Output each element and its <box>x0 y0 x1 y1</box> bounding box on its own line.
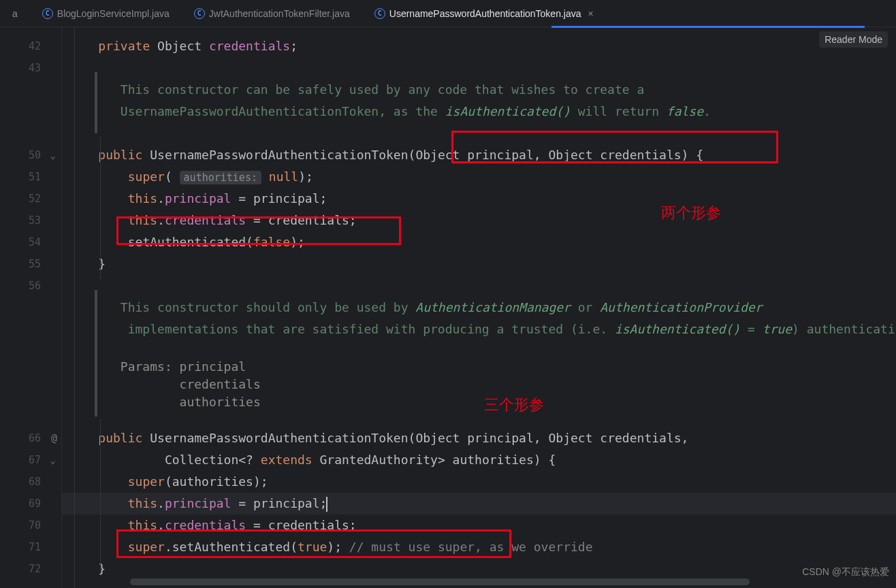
code-editor[interactable]: 42 43 50 51 52 53 54 55 56 66 67 68 69 7… <box>0 27 896 588</box>
code-line[interactable]: super(authorities); <box>62 471 896 493</box>
javadoc-params-line: Params: principal <box>62 358 896 376</box>
code-line-current[interactable]: this.principal = principal; <box>62 493 896 514</box>
close-icon[interactable]: × <box>588 8 594 19</box>
editor-tabs: a C BlogLoginServiceImpl.java C JwtAuthe… <box>0 0 896 27</box>
fold-chevron-icon[interactable]: 50 <box>0 144 61 166</box>
code-line[interactable]: Collection<? extends GrantedAuthority> a… <box>62 449 896 471</box>
javadoc-line: This constructor can be safely used by a… <box>62 79 896 101</box>
javadoc-params-line: credentials <box>62 376 896 393</box>
scrollbar-thumb[interactable] <box>130 578 750 585</box>
inlay-hint: authorities: <box>180 171 261 184</box>
watermark: CSDN @不应该热爱 <box>802 566 889 578</box>
code-line[interactable]: setAuthenticated(false); <box>62 231 896 253</box>
tab-usernamepasswordtoken[interactable]: C UsernamePasswordAuthenticationToken.ja… <box>362 0 606 27</box>
java-class-icon: C <box>194 8 205 19</box>
code-line[interactable]: super.setAuthenticated(true); // must us… <box>62 536 896 558</box>
code-line[interactable]: } <box>62 253 896 275</box>
code-line[interactable]: this.credentials = credentials; <box>62 210 896 231</box>
code-line[interactable]: private Object credentials; <box>62 35 896 57</box>
code-line[interactable] <box>62 57 896 79</box>
fold-chevron-icon[interactable]: 67 <box>0 449 61 471</box>
javadoc-params-line: authorities <box>62 393 896 411</box>
code-line[interactable] <box>62 411 896 427</box>
javadoc-line: This constructor should only be used by … <box>62 297 896 318</box>
code-line[interactable]: public UsernamePasswordAuthenticationTok… <box>62 144 896 166</box>
code-line[interactable]: super( authorities: null); <box>62 166 896 188</box>
tab-label: UsernamePasswordAuthenticationToken.java <box>389 8 581 19</box>
horizontal-scrollbar[interactable] <box>130 578 896 585</box>
code-line[interactable] <box>62 275 896 297</box>
doc-indent-bar <box>95 72 97 133</box>
tab-truncated[interactable]: a <box>0 0 30 27</box>
code-line[interactable]: this.principal = principal; <box>62 188 896 210</box>
tab-label: BlogLoginServiceImpl.java <box>57 8 170 19</box>
code-line[interactable] <box>62 122 896 144</box>
tab-bloglogin[interactable]: C BlogLoginServiceImpl.java <box>30 0 182 27</box>
code-line[interactable]: this.credentials = credentials; <box>62 514 896 536</box>
tab-label: JwtAuthenticationTokenFilter.java <box>209 8 350 19</box>
code-area[interactable]: private Object credentials; This constru… <box>61 27 896 588</box>
javadoc-line: implementations that are satisfied with … <box>62 318 896 340</box>
javadoc-line <box>62 340 896 358</box>
code-line[interactable]: } <box>62 558 896 580</box>
code-line[interactable]: public UsernamePasswordAuthenticationTok… <box>62 427 896 449</box>
override-gutter-icon[interactable]: 66 <box>0 427 61 449</box>
tab-jwtfilter[interactable]: C JwtAuthenticationTokenFilter.java <box>182 0 362 27</box>
line-gutter: 42 43 50 51 52 53 54 55 56 66 67 68 69 7… <box>0 27 61 588</box>
java-class-icon: C <box>374 8 385 19</box>
text-caret <box>326 497 327 512</box>
doc-indent-bar <box>95 290 97 416</box>
java-class-icon: C <box>42 8 53 19</box>
javadoc-line: UsernamePasswordAuthenticationToken, as … <box>62 101 896 122</box>
